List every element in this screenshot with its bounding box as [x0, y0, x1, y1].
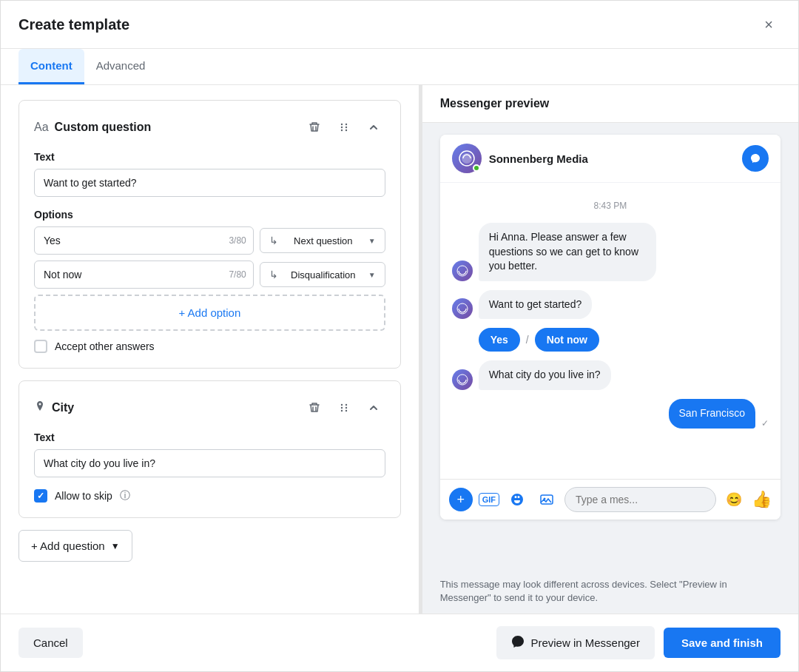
messenger-window: Sonnenberg Media 8:43 PM — [440, 135, 781, 520]
delete-city-question-button[interactable] — [303, 396, 326, 420]
messenger-text-input[interactable] — [564, 487, 716, 512]
svg-point-2 — [341, 130, 343, 131]
allow-skip-row: Allow to skip ⓘ — [34, 489, 385, 503]
messenger-emoji-button[interactable]: 😊 — [722, 488, 746, 511]
cancel-button[interactable]: Cancel — [18, 628, 83, 658]
brand-avatar — [452, 144, 482, 173]
preview-header: Messenger preview — [422, 85, 798, 123]
dropdown-arrow-notnow: ▼ — [368, 271, 376, 279]
drag-custom-question-button[interactable] — [332, 115, 356, 139]
allow-skip-checkbox[interactable] — [34, 489, 47, 503]
svg-point-8 — [341, 410, 343, 411]
accept-other-row: Accept other answers — [34, 340, 385, 353]
drag-city-question-button[interactable] — [332, 396, 356, 420]
quick-reply-notnow[interactable]: Not now — [535, 328, 599, 352]
messenger-brand: Sonnenberg Media — [452, 144, 588, 173]
messenger-container: Sonnenberg Media 8:43 PM — [422, 123, 798, 569]
quick-reply-separator: / — [526, 334, 529, 346]
messenger-thumbsup-button[interactable]: 👍 — [752, 490, 772, 509]
bot-bubble-1: Hi Anna. Please answer a few questions s… — [479, 223, 656, 281]
option-action-label-notnow: Disqualification — [291, 269, 355, 280]
left-panel: Aa Custom question — [1, 85, 419, 614]
location-icon — [34, 400, 46, 415]
add-question-button[interactable]: + Add question ▼ — [18, 530, 132, 562]
bot-avatar-1 — [452, 261, 473, 281]
bot-bubble-3: What city do you live in? — [479, 360, 611, 390]
option-action-label-yes: Next question — [294, 235, 353, 246]
brand-name: Sonnenberg Media — [489, 152, 588, 165]
tab-advanced[interactable]: Advanced — [84, 49, 158, 84]
allow-skip-info-icon: ⓘ — [120, 489, 130, 503]
city-text-input[interactable] — [34, 449, 385, 477]
messenger-add-button[interactable]: + — [449, 488, 473, 511]
bot-avatar-3 — [452, 369, 473, 390]
svg-point-7 — [341, 407, 343, 409]
messenger-preview-panel: Messenger preview Sonnenberg Medi — [422, 85, 798, 614]
tabs-bar: Content Advanced — [1, 49, 798, 85]
options-label: Options — [34, 209, 385, 221]
close-button[interactable]: × — [757, 13, 781, 36]
add-question-chevron: ▼ — [111, 541, 120, 551]
redirect-icon-yes: ↳ — [269, 235, 278, 246]
messenger-action-button[interactable] — [742, 145, 769, 172]
custom-question-title: Custom question — [55, 121, 152, 134]
svg-point-0 — [341, 124, 343, 125]
svg-point-6 — [341, 404, 343, 406]
preview-btn-label: Preview in Messenger — [530, 636, 640, 649]
text-field-label: Text — [34, 151, 385, 163]
modal-footer: Cancel Preview in Messenger Save and fin… — [1, 614, 798, 671]
option-input-yes[interactable] — [34, 226, 254, 255]
svg-point-10 — [345, 407, 347, 409]
bot-message-row-2: Want to get started? — [452, 290, 769, 320]
chat-timestamp: 8:43 PM — [452, 201, 769, 211]
chat-area: 8:43 PM Hi Anna. Please answer a few que… — [440, 183, 781, 479]
messenger-preview-icon — [511, 635, 525, 651]
bot-message-row-3: What city do you live in? — [452, 360, 769, 390]
tab-content[interactable]: Content — [18, 49, 84, 84]
online-indicator — [473, 164, 480, 172]
option-action-notnow[interactable]: ↳ Disqualification ▼ — [260, 262, 385, 287]
add-question-label: + Add question — [31, 540, 105, 552]
svg-point-3 — [345, 124, 347, 125]
messenger-image-button[interactable] — [535, 488, 559, 511]
dropdown-arrow-yes: ▼ — [368, 237, 376, 245]
accept-other-checkbox[interactable] — [34, 340, 47, 353]
svg-point-5 — [345, 130, 347, 131]
city-text-field-label: Text — [34, 431, 385, 443]
allow-skip-label: Allow to skip — [55, 490, 112, 502]
redirect-icon-notnow: ↳ — [269, 269, 278, 280]
bot-bubble-2: Want to get started? — [479, 290, 593, 320]
option-action-yes[interactable]: ↳ Next question ▼ — [260, 228, 385, 253]
svg-point-9 — [345, 404, 347, 406]
option-row-notnow: 7/80 ↳ Disqualification ▼ — [34, 261, 385, 289]
city-question-card: City Text — [18, 380, 401, 518]
messenger-gif-button[interactable]: GIF — [479, 493, 499, 506]
city-question-title: City — [52, 401, 74, 414]
option-row-yes: 3/80 ↳ Next question ▼ — [34, 226, 385, 255]
preview-disclaimer: This message may look different across d… — [422, 569, 798, 614]
messenger-topbar: Sonnenberg Media — [440, 135, 781, 183]
message-check-icon: ✓ — [761, 418, 769, 429]
quick-reply-yes[interactable]: Yes — [479, 328, 520, 352]
messenger-input-bar: + GIF 😊 👍 — [440, 479, 781, 520]
collapse-city-question-button[interactable] — [362, 396, 385, 420]
delete-custom-question-button[interactable] — [303, 115, 326, 139]
user-message-row: San Francisco ✓ — [452, 399, 769, 429]
save-finish-button[interactable]: Save and finish — [664, 628, 781, 658]
user-bubble: San Francisco — [669, 399, 755, 429]
collapse-custom-question-button[interactable] — [362, 115, 385, 139]
modal-title: Create template — [18, 16, 129, 33]
preview-in-messenger-button[interactable]: Preview in Messenger — [496, 626, 655, 659]
question-text-input[interactable] — [34, 169, 385, 197]
add-option-button[interactable]: + Add option — [34, 295, 385, 331]
svg-point-4 — [345, 127, 347, 128]
text-icon: Aa — [34, 121, 49, 134]
accept-other-label: Accept other answers — [55, 340, 155, 352]
bot-avatar-2 — [452, 298, 473, 319]
custom-question-card: Aa Custom question — [18, 100, 401, 369]
quick-replies-row: Yes / Not now — [479, 328, 769, 352]
option-input-notnow[interactable] — [34, 261, 254, 289]
svg-point-11 — [345, 410, 347, 411]
svg-point-1 — [341, 127, 343, 128]
messenger-sticker-button[interactable] — [505, 488, 529, 511]
